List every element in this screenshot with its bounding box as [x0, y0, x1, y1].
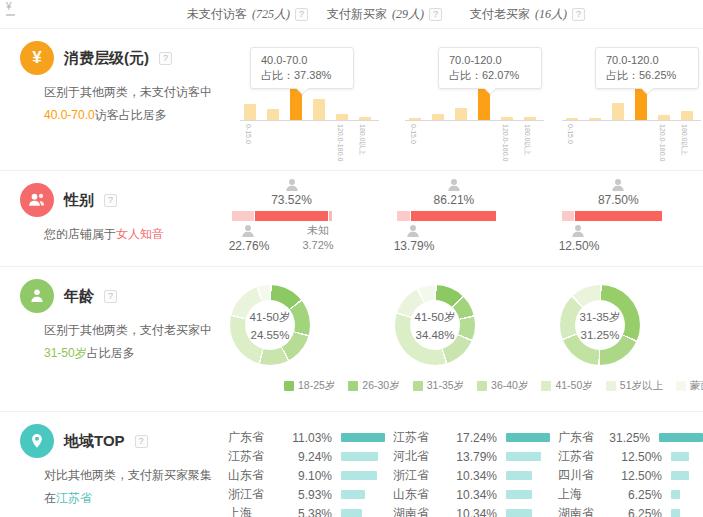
help-icon[interactable]: ? — [572, 8, 585, 21]
age-legend: 18-25岁26-30岁31-35岁36-40岁41-50岁51岁以上蒙面侠 — [284, 379, 703, 393]
region-bar — [341, 509, 362, 517]
tooltip-share: 占比：56.25% — [606, 68, 698, 83]
region-percent: 9.10% — [286, 469, 332, 483]
gender-chart-1[interactable]: 73.52%22.76%未知3.72% — [228, 171, 393, 266]
age-title: 年龄 — [64, 287, 94, 306]
legend-label: 26-30岁 — [362, 379, 399, 393]
region-list-1[interactable]: 广东省11.03%江苏省9.24%山东省9.10%浙江省5.93%上海5.38% — [228, 412, 393, 517]
region-bar — [506, 452, 541, 461]
gender-title-row: 性别 ? — [20, 171, 228, 217]
bar — [612, 103, 624, 120]
x-axis — [405, 120, 544, 121]
region-row: 山东省10.34% — [393, 485, 558, 504]
region-percent: 10.34% — [451, 507, 497, 517]
region-name: 浙江省 — [393, 467, 451, 484]
people-icon — [20, 183, 54, 217]
gender-segment-unknown — [329, 211, 332, 221]
age-section: 年龄 ? 区别于其他两类，支付老买家中31-50岁占比居多 41-50岁24.5… — [0, 267, 703, 412]
region-name: 江苏省 — [558, 448, 616, 465]
donut-center-age: 31-35岁 — [580, 310, 621, 325]
legend-swatch — [348, 381, 358, 391]
region-row: 上海6.25% — [558, 485, 703, 504]
consumption-title: 消费层级(元) — [64, 49, 149, 68]
legend-swatch — [606, 381, 616, 391]
region-row: 湖南省6.25% — [558, 504, 703, 517]
age-donut: 31-35岁31.25% — [560, 285, 640, 365]
consumption-left-panel: ¥ 消费层级(元) ? 区别于其他两类，未支付访客中40.0-70.0访客占比居… — [0, 29, 228, 170]
legend-item: 36-40岁 — [477, 379, 528, 393]
consumption-chart-1[interactable]: 0-15.0120.0-180.0180.0以上40.0-70.0占比：37.3… — [228, 29, 393, 170]
region-bar — [659, 433, 703, 442]
male-person-icon — [240, 223, 256, 239]
gender-chart-3[interactable]: 87.50%12.50% — [558, 171, 703, 266]
segment-tab-label: 支付老买家 — [470, 6, 530, 23]
bar — [432, 114, 444, 120]
tooltip-range: 70.0-120.0 — [449, 53, 541, 68]
help-icon[interactable]: ? — [159, 52, 172, 65]
yen-icon: ¥ — [20, 41, 54, 75]
help-icon[interactable]: ? — [295, 8, 308, 21]
segment-tab-unpaid-visitors: 未支付访客(725人)? — [187, 6, 308, 23]
segment-tab-new-buyers: 支付新买家(29人)? — [327, 6, 442, 23]
chart-tooltip: 70.0-120.0占比：56.25% — [595, 47, 699, 89]
region-percent: 9.24% — [286, 450, 332, 464]
help-icon[interactable]: ? — [104, 290, 117, 303]
legend-swatch — [413, 381, 423, 391]
male-person-icon — [405, 223, 421, 239]
desc-text: 区别于其他两类，支付老买家中 — [44, 323, 212, 337]
desc-text: 您的店铺属于 — [44, 227, 116, 241]
male-percent-label: 12.50% — [556, 239, 602, 253]
bar — [359, 117, 371, 120]
legend-item: 31-35岁 — [413, 379, 464, 393]
gender-bar — [562, 211, 662, 221]
x-axis-label: 120.0-180.0 — [502, 124, 509, 161]
region-name: 河北省 — [393, 448, 451, 465]
age-title-row: 年龄 ? — [20, 267, 228, 313]
help-icon[interactable]: ? — [135, 435, 148, 448]
donut-center-label: 31-35岁31.25% — [550, 285, 650, 365]
female-person-icon — [284, 177, 300, 193]
region-left-panel: 地域TOP ? 对比其他两类，支付新买家聚集在江苏省 — [0, 412, 228, 517]
desc-highlight: 江苏省 — [56, 491, 92, 505]
region-description: 对比其他两类，支付新买家聚集在江苏省 — [44, 464, 216, 510]
bar — [589, 118, 601, 120]
x-axis-label: 0-15.0 — [567, 124, 574, 144]
desc-text: 区别于其他两类，未支付访客中 — [44, 85, 212, 99]
legend-swatch — [676, 381, 686, 391]
bar — [336, 114, 348, 120]
region-row: 浙江省10.34% — [393, 466, 558, 485]
gender-segment-female — [411, 211, 496, 221]
bar — [658, 115, 670, 120]
location-pin-icon — [20, 424, 54, 458]
region-list-2[interactable]: 江苏省17.24%河北省13.79%浙江省10.34%山东省10.34%湖南省1… — [393, 412, 558, 517]
tooltip-share: 占比：62.07% — [449, 68, 541, 83]
x-axis-label: 0-15.0 — [245, 124, 252, 144]
gender-title: 性别 — [64, 191, 94, 210]
desc-text: 访客占比居多 — [95, 108, 167, 122]
help-icon[interactable]: ? — [104, 194, 117, 207]
legend-item: 蒙面侠 — [676, 379, 703, 393]
chart-tooltip: 70.0-120.0占比：62.07% — [438, 47, 542, 89]
consumption-chart-2[interactable]: 0-15.0120.0-180.0180.0以上70.0-120.0占比：62.… — [393, 29, 558, 170]
legend-label: 蒙面侠 — [690, 379, 703, 393]
consumption-chart-3[interactable]: 0-15.0120.0-180.0180.0以上70.0-120.0占比：56.… — [558, 29, 703, 170]
legend-item: 51岁以上 — [606, 379, 663, 393]
gender-chart-2[interactable]: 86.21%13.79% — [393, 171, 558, 266]
gender-segment-female — [255, 211, 328, 221]
region-list-3[interactable]: 广东省31.25%江苏省12.50%四川省12.50%上海6.25%湖南省6.2… — [558, 412, 703, 517]
region-percent: 17.24% — [451, 431, 497, 445]
region-name: 江苏省 — [228, 448, 286, 465]
donut-center-percent: 24.55% — [250, 329, 289, 341]
region-row: 江苏省9.24% — [228, 447, 393, 466]
help-icon[interactable]: ? — [429, 8, 442, 21]
region-bar — [671, 471, 689, 480]
female-percent-label: 87.50% — [588, 193, 648, 207]
segment-tab-returning-buyers: 支付老买家(16人)? — [470, 6, 585, 23]
region-percent: 5.38% — [286, 507, 332, 517]
bar — [566, 118, 578, 120]
legend-swatch — [284, 381, 294, 391]
x-axis-label: 180.0以上 — [522, 124, 532, 156]
segment-tab-count: (725人) — [252, 6, 290, 23]
region-bar — [506, 490, 532, 499]
region-bar — [341, 471, 377, 480]
